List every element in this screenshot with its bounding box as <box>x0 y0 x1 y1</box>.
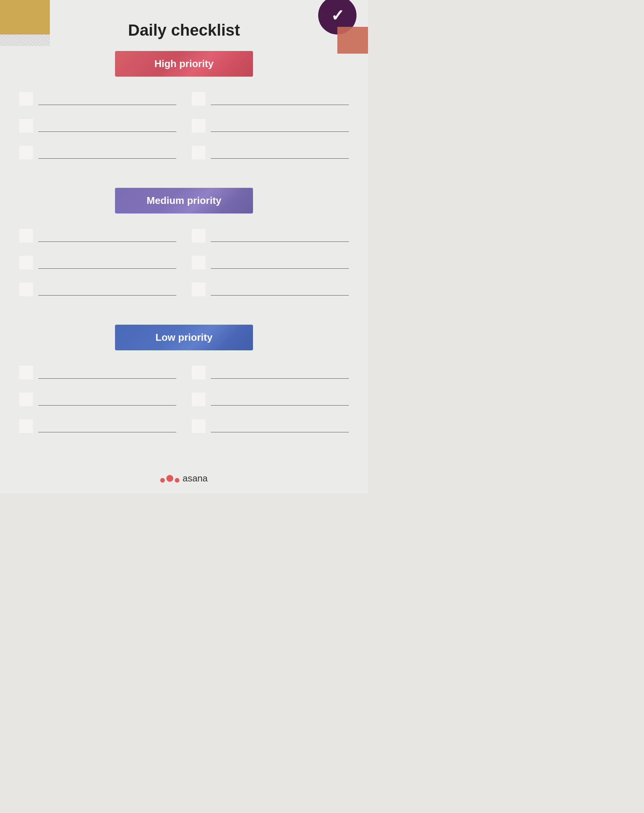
checklist-line <box>211 105 349 105</box>
dot-left <box>160 478 165 483</box>
checklist-line <box>38 131 176 132</box>
checkbox[interactable] <box>192 256 205 269</box>
dot-center <box>166 475 173 482</box>
list-item <box>192 419 349 435</box>
low-priority-checklist <box>0 362 368 458</box>
checkbox[interactable] <box>192 419 205 433</box>
low-priority-label: Low priority <box>115 325 253 350</box>
list-item <box>192 282 349 299</box>
list-item <box>192 256 349 272</box>
checkbox[interactable] <box>192 229 205 243</box>
footer: asana <box>0 462 368 493</box>
checklist-line <box>211 378 349 379</box>
checkbox[interactable] <box>192 393 205 406</box>
list-item <box>192 366 349 382</box>
checklist-line <box>38 405 176 406</box>
checklist-line <box>211 241 349 242</box>
checklist-line <box>38 432 176 432</box>
low-priority-grid <box>19 366 349 446</box>
list-item <box>192 119 349 135</box>
list-item <box>19 256 176 272</box>
checklist-line <box>211 131 349 132</box>
checkbox[interactable] <box>19 256 33 269</box>
checklist-line <box>38 268 176 269</box>
list-item <box>19 419 176 435</box>
medium-priority-grid <box>19 229 349 309</box>
checkbox[interactable] <box>19 419 33 433</box>
checkbox[interactable] <box>19 229 33 243</box>
list-item <box>19 146 176 162</box>
high-priority-label-wrapper: High priority <box>0 51 368 77</box>
checkbox[interactable] <box>19 393 33 406</box>
checkbox[interactable] <box>192 146 205 159</box>
checkbox[interactable] <box>19 366 33 379</box>
checklist-line <box>38 105 176 105</box>
high-priority-grid <box>19 92 349 172</box>
checkbox[interactable] <box>19 282 33 296</box>
checklist-line <box>38 378 176 379</box>
list-item <box>19 393 176 409</box>
checkbox[interactable] <box>19 92 33 106</box>
asana-dots-icon <box>160 474 179 483</box>
deco-coral-rect <box>337 27 368 54</box>
checkbox[interactable] <box>192 282 205 296</box>
list-item <box>192 146 349 162</box>
list-item <box>19 119 176 135</box>
deco-gold <box>0 0 50 34</box>
checklist-line <box>38 295 176 296</box>
medium-priority-label-wrapper: Medium priority <box>0 188 368 214</box>
checkbox[interactable] <box>19 119 33 133</box>
page-title: Daily checklist <box>0 0 368 51</box>
asana-brand-text: asana <box>182 473 207 484</box>
list-item <box>192 92 349 108</box>
high-priority-checklist <box>0 88 368 184</box>
checkbox[interactable] <box>192 366 205 379</box>
list-item <box>192 393 349 409</box>
checklist-line <box>211 432 349 432</box>
list-item <box>19 92 176 108</box>
dot-right <box>175 478 179 483</box>
medium-priority-label: Medium priority <box>115 188 253 214</box>
medium-priority-section: Medium priority <box>0 188 368 321</box>
list-item <box>19 282 176 299</box>
checklist-line <box>38 158 176 159</box>
checklist-line <box>38 241 176 242</box>
low-priority-section: Low priority <box>0 325 368 458</box>
asana-logo: asana <box>160 473 207 484</box>
list-item <box>192 229 349 245</box>
checklist-line <box>211 295 349 296</box>
checklist-line <box>211 405 349 406</box>
medium-priority-checklist <box>0 225 368 321</box>
checklist-line <box>211 158 349 159</box>
checkbox[interactable] <box>192 92 205 106</box>
checkbox[interactable] <box>19 146 33 159</box>
list-item <box>19 366 176 382</box>
list-item <box>19 229 176 245</box>
checklist-line <box>211 268 349 269</box>
high-priority-label: High priority <box>115 51 253 77</box>
high-priority-section: High priority <box>0 51 368 184</box>
low-priority-label-wrapper: Low priority <box>0 325 368 350</box>
checkbox[interactable] <box>192 119 205 133</box>
page-container: Daily checklist High priority <box>0 0 368 493</box>
